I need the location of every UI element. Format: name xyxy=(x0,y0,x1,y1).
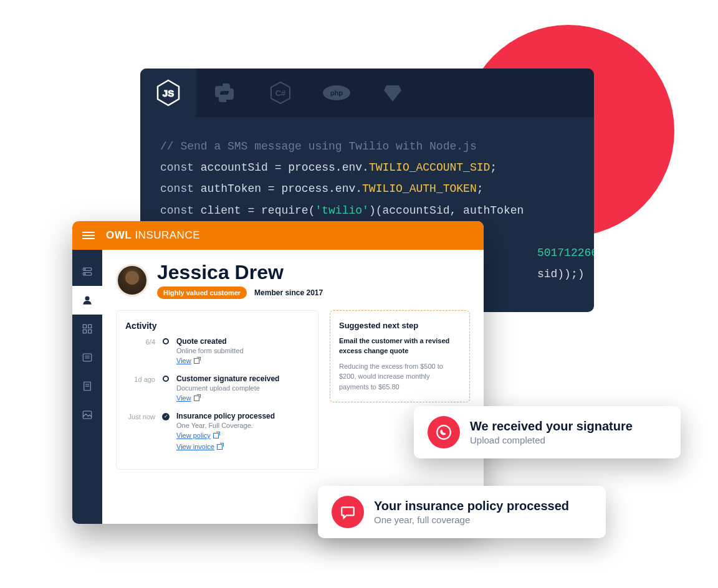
nodejs-icon: JS xyxy=(156,79,180,107)
member-since: Member since 2017 xyxy=(254,288,323,297)
brand-title: OWL INSURANCE xyxy=(106,229,200,242)
external-link-icon xyxy=(194,396,199,401)
status-dot-open xyxy=(163,376,169,382)
php-icon: php xyxy=(322,85,351,101)
menu-icon[interactable] xyxy=(82,232,95,239)
activity-item: Just now Insurance policy processed One … xyxy=(125,412,309,452)
activity-time: 6/4 xyxy=(125,337,155,366)
svg-point-10 xyxy=(85,273,86,275)
status-dot-check xyxy=(162,413,170,420)
code-line: // Send a SMS message using Twilio with … xyxy=(160,140,477,153)
crm-sidebar xyxy=(72,250,102,524)
svg-rect-12 xyxy=(83,325,86,328)
server-icon xyxy=(82,266,93,277)
sidebar-item-list[interactable] xyxy=(72,343,102,372)
avatar xyxy=(116,264,148,296)
tab-ruby[interactable] xyxy=(365,69,421,117)
list-icon xyxy=(82,352,93,363)
sidebar-item-server[interactable] xyxy=(72,257,102,286)
sidebar-item-customer[interactable] xyxy=(72,286,102,315)
view-invoice-link[interactable]: View invoice xyxy=(176,443,223,450)
svg-point-9 xyxy=(85,269,86,270)
crm-header: OWL INSURANCE xyxy=(72,221,484,250)
activity-title: Customer signature received xyxy=(176,374,309,383)
tab-python[interactable] xyxy=(196,69,252,117)
svg-rect-16 xyxy=(83,354,92,361)
activity-panel: Activity 6/4 Quote created Online form s… xyxy=(116,310,318,470)
grid-icon xyxy=(82,323,93,334)
customer-name: Jessica Drew xyxy=(157,261,323,284)
notification-subtitle: Upload completed xyxy=(470,435,633,445)
crm-app-window: OWL INSURANCE xyxy=(72,221,484,524)
tab-php[interactable]: php xyxy=(309,69,365,117)
python-icon xyxy=(214,82,235,103)
chat-icon xyxy=(332,496,364,528)
activity-item: 1d ago Customer signature received Docum… xyxy=(125,374,309,403)
svg-point-23 xyxy=(437,425,451,439)
activity-heading: Activity xyxy=(125,321,309,331)
ruby-icon xyxy=(383,83,403,103)
svg-rect-15 xyxy=(89,330,92,333)
view-link[interactable]: View xyxy=(176,394,199,402)
suggested-next-step-panel: Suggested next step Email the customer w… xyxy=(330,310,470,402)
tab-nodejs[interactable]: JS xyxy=(140,69,196,117)
external-link-icon xyxy=(194,358,199,364)
csharp-icon: C# xyxy=(270,81,291,105)
suggest-detail: Reducing the excess from $500 to $200, w… xyxy=(339,361,461,392)
image-icon xyxy=(82,409,93,420)
user-icon xyxy=(82,295,93,306)
external-link-icon xyxy=(213,433,219,439)
svg-text:php: php xyxy=(330,89,343,97)
external-link-icon xyxy=(217,444,223,450)
notification-card: Your insurance policy processed One year… xyxy=(318,486,606,538)
status-badge: Highly valued customer xyxy=(157,287,247,299)
sidebar-item-document[interactable] xyxy=(72,372,102,401)
whatsapp-icon xyxy=(428,416,460,448)
svg-marker-6 xyxy=(384,85,401,102)
activity-subtitle: Online form submitted xyxy=(176,347,309,354)
sidebar-item-grid[interactable] xyxy=(72,315,102,343)
status-dot-open xyxy=(163,338,169,344)
notification-card: We received your signature Upload comple… xyxy=(414,406,681,458)
view-link[interactable]: View xyxy=(176,357,199,364)
suggest-heading: Suggested next step xyxy=(339,321,461,330)
crm-main: Jessica Drew Highly valued customer Memb… xyxy=(102,250,484,524)
notification-title: Your insurance policy processed xyxy=(374,499,569,513)
view-policy-link[interactable]: View policy xyxy=(176,432,219,439)
activity-subtitle: One Year, Full Coverage. xyxy=(176,422,309,429)
activity-item: 6/4 Quote created Online form submitted … xyxy=(125,337,309,366)
document-icon xyxy=(82,381,93,392)
language-tabs: JS C# php xyxy=(140,69,594,117)
sidebar-item-image[interactable] xyxy=(72,401,102,429)
activity-time: Just now xyxy=(125,412,155,452)
svg-rect-14 xyxy=(83,330,86,333)
svg-point-11 xyxy=(85,296,89,300)
suggest-action: Email the customer with a revised excess… xyxy=(339,336,461,356)
svg-text:JS: JS xyxy=(163,88,174,98)
notification-subtitle: One year, full coverage xyxy=(374,514,569,525)
svg-rect-13 xyxy=(89,325,92,328)
activity-subtitle: Document upload complete xyxy=(176,384,309,392)
notification-title: We received your signature xyxy=(470,419,633,434)
activity-time: 1d ago xyxy=(125,374,155,403)
svg-text:C#: C# xyxy=(275,88,286,98)
tab-csharp[interactable]: C# xyxy=(252,69,309,117)
activity-title: Insurance policy processed xyxy=(176,412,309,420)
activity-title: Quote created xyxy=(176,337,309,346)
